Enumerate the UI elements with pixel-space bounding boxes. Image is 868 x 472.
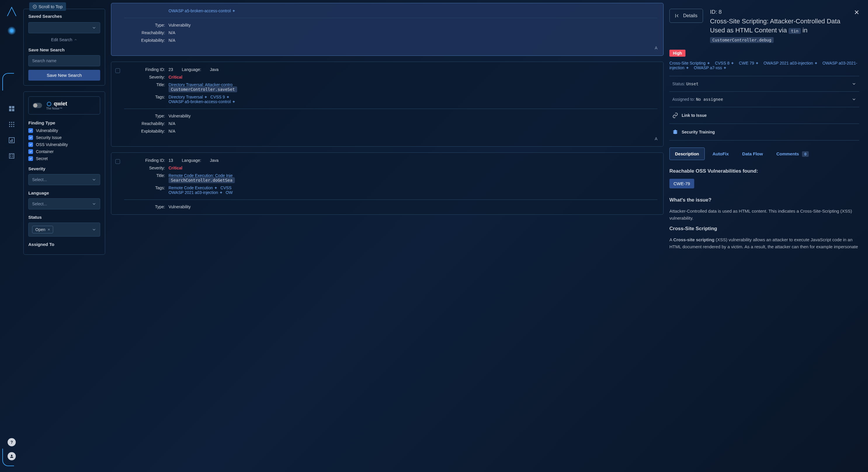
tag-link[interactable]: CWE 79 xyxy=(739,61,754,65)
svg-point-11 xyxy=(11,126,12,127)
add-tag-icon[interactable]: + xyxy=(220,190,222,195)
checkbox[interactable] xyxy=(28,135,33,140)
save-search-button[interactable]: Save New Search xyxy=(28,70,100,81)
add-tag-icon[interactable]: + xyxy=(707,61,710,65)
grid-icon[interactable] xyxy=(8,121,15,128)
checkbox[interactable] xyxy=(28,149,33,154)
svg-rect-0 xyxy=(9,106,11,108)
close-icon[interactable]: ✕ xyxy=(854,9,859,17)
status-select[interactable]: Open × xyxy=(28,223,100,237)
details-back-button[interactable]: Details xyxy=(670,9,703,23)
dashboard-icon[interactable] xyxy=(8,105,15,112)
details-id: ID: 8 xyxy=(710,9,844,15)
tag-link[interactable]: CVSS xyxy=(220,186,231,190)
finding-card[interactable]: Finding ID: 13 Language: Java Severity: … xyxy=(111,153,663,215)
chart-icon[interactable] xyxy=(8,137,15,144)
svg-point-8 xyxy=(11,124,12,125)
chevron-down-icon xyxy=(851,97,856,102)
tag-link[interactable]: Directory Traversal xyxy=(168,95,203,99)
severity-select[interactable]: Select... xyxy=(28,174,100,185)
chevron-down-icon xyxy=(92,25,96,30)
finding-type-row: Security Issue xyxy=(28,135,100,140)
tag-link[interactable]: CVSS 8 xyxy=(715,61,730,65)
tab-dataflow[interactable]: Data Flow xyxy=(737,148,768,160)
language-select[interactable]: Select... xyxy=(28,198,100,210)
add-tag-icon[interactable]: + xyxy=(724,65,726,70)
checkbox[interactable] xyxy=(28,156,33,161)
add-tag-icon[interactable]: + xyxy=(756,61,758,65)
edit-search-link[interactable]: Edit Search xyxy=(28,37,100,42)
add-tag-icon[interactable]: + xyxy=(232,8,235,13)
tag-link[interactable]: OW xyxy=(226,190,233,195)
finding-id-label: Finding ID: xyxy=(124,158,165,163)
remove-status-icon[interactable]: × xyxy=(48,227,50,232)
tags-value: Remote Code Execution+ CVSS OWASP 2021 a… xyxy=(168,186,657,195)
svg-rect-2 xyxy=(9,109,11,111)
add-tag-icon[interactable]: + xyxy=(215,186,217,190)
finding-card[interactable]: Finding ID: 23 Language: Java Severity: … xyxy=(111,62,663,147)
finding-card[interactable]: OWASP a5-broken-access-control+ Type: Vu… xyxy=(111,3,663,56)
qwiet-toggle[interactable] xyxy=(33,103,42,108)
severity-value: Critical xyxy=(168,166,657,170)
chevron-down-icon xyxy=(851,82,856,86)
issue-body: Attacker-Controlled data is used as HTML… xyxy=(670,208,859,222)
svg-point-4 xyxy=(9,122,10,123)
finding-type-label: Finding Type xyxy=(28,120,100,125)
tag-link[interactable]: OWASP 2021 a03-injection xyxy=(764,61,813,65)
security-training[interactable]: Security Training xyxy=(670,124,859,140)
finding-checkbox[interactable] xyxy=(115,68,120,73)
tag-link[interactable]: Remote Code Execution xyxy=(168,186,213,190)
svg-rect-1 xyxy=(12,106,14,108)
checkbox[interactable] xyxy=(28,128,33,133)
add-tag-icon[interactable]: + xyxy=(686,65,688,70)
status-filter-label: Status xyxy=(28,215,100,220)
tag-link[interactable]: Cross-Site Scripting xyxy=(670,61,706,65)
add-tag-icon[interactable]: + xyxy=(731,61,734,65)
status-accordion[interactable]: Status: Unset xyxy=(670,76,859,91)
tag-link[interactable]: OWASP a7-xss xyxy=(694,65,722,70)
svg-point-7 xyxy=(9,124,10,125)
details-title: Cross-Site Scripting: Attacker-Controlle… xyxy=(710,17,844,44)
help-icon[interactable]: ? xyxy=(8,438,16,446)
scroll-top-label: Scroll to Top xyxy=(38,4,62,9)
title-label: Title: xyxy=(124,173,165,183)
details-tabs: Description AutoFix Data Flow Comments 0 xyxy=(670,148,859,160)
tag-link[interactable]: OWASP a5-broken-access-control xyxy=(168,8,231,13)
finding-type-row: Secret xyxy=(28,156,100,161)
tab-comments[interactable]: Comments 0 xyxy=(771,148,814,160)
checkbox[interactable] xyxy=(28,142,33,147)
qwiet-logo: qwiet xyxy=(46,101,67,107)
saved-search-select[interactable] xyxy=(28,22,100,33)
reachable-heading: Reachable OSS Vulnerabilities found: xyxy=(670,168,859,174)
building-icon[interactable] xyxy=(8,153,15,159)
tab-autofix[interactable]: AutoFix xyxy=(707,148,735,160)
finding-checkbox[interactable] xyxy=(115,159,120,164)
details-panel: Details ID: 8 Cross-Site Scripting: Atta… xyxy=(663,0,868,472)
add-tag-icon[interactable]: + xyxy=(227,95,229,99)
add-tag-icon[interactable]: + xyxy=(205,95,207,99)
status-pill[interactable]: Open × xyxy=(32,226,53,233)
tag-link[interactable]: OWASP 2021 a03-injection xyxy=(168,190,218,195)
link-to-issue[interactable]: Link to Issue xyxy=(670,107,859,124)
cwe-badge[interactable]: CWE-79 xyxy=(670,179,694,188)
assigned-accordion[interactable]: Assigned to: No assignee xyxy=(670,91,859,107)
type-label: Type: xyxy=(124,204,165,209)
issue-heading: What's the issue? xyxy=(670,197,859,203)
scroll-to-top[interactable]: Scroll to Top xyxy=(29,2,66,11)
finding-type-label: OSS Vulnerability xyxy=(36,142,68,147)
filters-panel: qwiet The Noise™ Finding Type Vulnerabil… xyxy=(23,91,105,255)
save-new-search-label: Save New Search xyxy=(28,47,100,52)
tag-link[interactable]: OWASP a5-broken-access-control xyxy=(168,99,231,104)
add-tag-icon[interactable]: + xyxy=(815,61,817,65)
search-name-input[interactable] xyxy=(28,55,100,66)
assigned-to-filter-label: Assigned To xyxy=(28,242,100,247)
chevron-down-icon xyxy=(92,201,96,206)
saved-searches-panel: Saved Searches Edit Search Save New Sear… xyxy=(23,9,105,86)
tab-description[interactable]: Description xyxy=(670,148,705,160)
xss-body: A Cross-site scripting (XSS) vulnerabili… xyxy=(670,236,859,250)
details-tags: High Cross-Site Scripting+CVSS 8+CWE 79+… xyxy=(670,50,859,70)
tag-link[interactable]: CVSS 9 xyxy=(210,95,225,99)
findings-list: OWASP a5-broken-access-control+ Type: Vu… xyxy=(108,0,663,472)
qwiet-subtitle: The Noise™ xyxy=(46,107,67,110)
add-tag-icon[interactable]: + xyxy=(232,99,235,104)
